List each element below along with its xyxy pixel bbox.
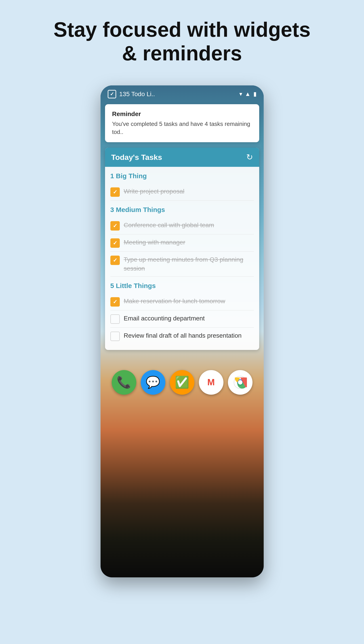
- task-checkbox[interactable]: [110, 238, 120, 248]
- app-name-label: 135 Todo Li..: [119, 91, 155, 98]
- task-item[interactable]: Write project proposal: [110, 183, 254, 201]
- task-checkbox[interactable]: [110, 256, 120, 265]
- task-text: Write project proposal: [124, 187, 254, 196]
- dock-app-todo[interactable]: ✅: [170, 370, 194, 395]
- tasks-widget: Today's Tasks ↻ 1 Big Thing Write projec…: [105, 148, 259, 350]
- dock-app-chrome[interactable]: [228, 370, 252, 395]
- notification-title: Reminder: [112, 111, 252, 118]
- app-icon: [108, 90, 116, 98]
- task-item-email[interactable]: Email accounting department: [110, 310, 254, 328]
- phone-screen: 135 Todo Li.. ▾ ▲ ▮ Reminder You've comp…: [100, 86, 264, 577]
- task-checkbox-unchecked[interactable]: [110, 332, 120, 341]
- task-checkbox[interactable]: [110, 221, 120, 231]
- svg-point-2: [238, 380, 242, 385]
- category-title-little: 5 Little Things: [110, 282, 254, 290]
- battery-icon: ▮: [254, 91, 256, 98]
- dock-app-messages[interactable]: 💬: [141, 370, 165, 395]
- wifi-icon: ▾: [239, 91, 242, 98]
- tasks-widget-header: Today's Tasks ↻: [105, 148, 259, 167]
- task-item[interactable]: Meeting with manager: [110, 234, 254, 252]
- task-checkbox[interactable]: [110, 297, 120, 307]
- task-item[interactable]: Type up meeting minutes from Q3 planning…: [110, 252, 254, 276]
- task-item[interactable]: Conference call with global team: [110, 217, 254, 234]
- task-text-review: Review final draft of all hands presenta…: [124, 331, 254, 340]
- task-text: Meeting with manager: [124, 238, 254, 247]
- tasks-body: 1 Big Thing Write project proposal 3 Med…: [105, 172, 259, 350]
- hero-title: Stay focused with widgets & reminders: [48, 18, 316, 65]
- refresh-icon[interactable]: ↻: [246, 153, 253, 162]
- task-text: Type up meeting minutes from Q3 planning…: [124, 255, 254, 273]
- category-title-medium: 3 Medium Things: [110, 206, 254, 214]
- category-title-big: 1 Big Thing: [110, 172, 254, 180]
- status-right: ▾ ▲ ▮: [239, 91, 256, 98]
- signal-icon: ▲: [245, 91, 251, 98]
- dock-app-gmail[interactable]: M: [199, 370, 224, 395]
- phone-frame: 135 Todo Li.. ▾ ▲ ▮ Reminder You've comp…: [100, 86, 264, 577]
- status-left: 135 Todo Li..: [108, 90, 155, 98]
- dock: 📞 💬 ✅ M: [100, 363, 264, 395]
- task-text: Make reservation for lunch tomorrow: [124, 297, 254, 305]
- task-checkbox-unchecked[interactable]: [110, 314, 120, 324]
- spacer-bottom: [100, 395, 264, 404]
- task-checkbox[interactable]: [110, 187, 120, 197]
- task-text-email: Email accounting department: [124, 314, 254, 323]
- notification-body: You've completed 5 tasks and have 4 task…: [112, 120, 252, 136]
- dock-app-phone[interactable]: 📞: [112, 370, 136, 395]
- tasks-header-title: Today's Tasks: [111, 153, 162, 162]
- task-item-review[interactable]: Review final draft of all hands presenta…: [110, 328, 254, 345]
- status-bar: 135 Todo Li.. ▾ ▲ ▮: [100, 86, 264, 102]
- notification-card: Reminder You've completed 5 tasks and ha…: [105, 104, 259, 143]
- task-item[interactable]: Make reservation for lunch tomorrow: [110, 293, 254, 310]
- task-text: Conference call with global team: [124, 221, 254, 229]
